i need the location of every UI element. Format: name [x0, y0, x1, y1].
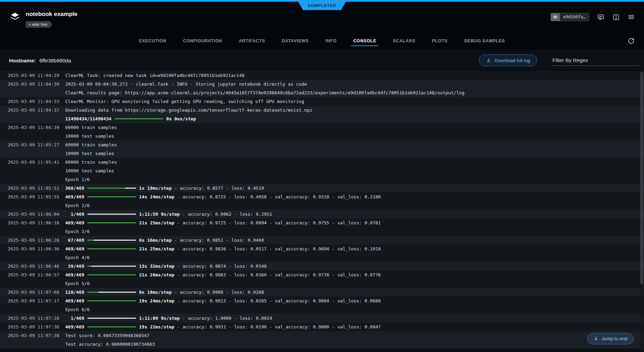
- log-row: Epoch 2/6: [0, 201, 644, 210]
- tab-configuration[interactable]: CONFIGURATION: [182, 34, 223, 48]
- log-timestamp: 2025-03-09 11:06:26: [0, 236, 65, 244]
- scrollbar-thumb[interactable]: [640, 72, 643, 284]
- log-row: 2025-03-09 11:07:36469/46919s 22ms/step …: [0, 323, 644, 331]
- compare-icon[interactable]: [612, 13, 620, 21]
- log-row: 2025-03-09 11:04:29ClearML Task: created…: [0, 71, 644, 80]
- progress-count: 39/469: [65, 264, 84, 269]
- log-timestamp: [0, 340, 65, 349]
- progress-count: 368/469: [65, 186, 84, 191]
- tab-plots[interactable]: PLOTS: [431, 34, 448, 48]
- log-row: Epoch 1/6: [0, 175, 644, 184]
- log-message: Downloading data from https://storage.go…: [65, 106, 644, 114]
- log-timestamp: 2025-03-09 11:04:33: [0, 97, 65, 106]
- tab-info[interactable]: INFO: [325, 34, 337, 48]
- log-timestamp: 2025-03-09 11:07:17: [0, 297, 65, 305]
- progress-bar: [87, 318, 136, 319]
- progress-bar: [87, 222, 136, 223]
- log-timestamp: [0, 149, 65, 158]
- log-entry: 2025-03-09 11:04:37Downloading data from…: [0, 106, 644, 123]
- log-timestamp: 2025-03-09 11:04:39: [0, 123, 65, 132]
- log-message: 469/46914s 24ms/step - accuracy: 0.8725 …: [65, 192, 644, 201]
- tab-console[interactable]: CONSOLE: [353, 34, 377, 48]
- log-message: 11490434/114904340s 0us/step: [65, 114, 644, 123]
- progress-bar-fill: [87, 248, 136, 249]
- log-timestamp: [0, 175, 65, 184]
- progress-bar: [87, 188, 136, 189]
- log-timestamp: 2025-03-09 11:05:41: [0, 158, 65, 166]
- log-message: 469/46921s 25ms/step - accuracy: 0.9725 …: [65, 218, 644, 227]
- id-value: e9d100fa…: [560, 13, 589, 21]
- log-row: 2025-03-09 11:07:17469/46919s 24ms/step …: [0, 297, 644, 305]
- log-entry: 2025-03-09 11:05:55469/46914s 24ms/step …: [0, 192, 644, 210]
- log-row: 2025-03-09 11:06:57469/46921s 26ms/step …: [0, 271, 644, 279]
- log-message: 67/4696s 16ms/step - accuracy: 0.9851 - …: [65, 236, 644, 244]
- id-label: ID: [551, 13, 560, 21]
- log-row: 11490434/114904340s 0us/step: [0, 114, 644, 123]
- log-message: Epoch 5/6: [65, 279, 644, 288]
- progress-bar: [87, 300, 136, 301]
- tab-artifacts[interactable]: ARTIFACTS: [238, 34, 266, 48]
- progress-metrics: - accuracy: 0.9931 - loss: 0.0190 - val_…: [175, 324, 381, 329]
- log-row: Test accuracy: 0.9800000190734863: [0, 340, 644, 349]
- progress-time: 6s 16ms/step: [139, 238, 172, 243]
- page-title: notebook example: [26, 11, 77, 18]
- log-timestamp: [0, 201, 65, 210]
- log-entry: 2025-03-09 11:06:16469/46921s 25ms/step …: [0, 218, 644, 236]
- menu-icon[interactable]: [627, 13, 635, 21]
- console-header: Hostname:6ffe38b980da Download full log: [0, 50, 644, 71]
- log-timestamp: 2025-03-09 11:06:46: [0, 262, 65, 271]
- log-timestamp: 2025-03-09 11:06:36: [0, 244, 65, 253]
- log-message: Test score: 0.08473359048366547: [65, 331, 644, 340]
- download-full-log-button[interactable]: Download full log: [479, 54, 537, 66]
- log-message: 2025-03-09 09:04:30,272 - clearml.Task -…: [65, 80, 644, 88]
- progress-count: 1/469: [65, 316, 84, 321]
- log-message: 1/4691:11:59 9s/step - accuracy: 0.9062 …: [65, 210, 644, 218]
- progress-bar: [87, 292, 136, 293]
- log-message: 469/46919s 24ms/step - accuracy: 0.9913 …: [65, 297, 644, 305]
- log-message: Test accuracy: 0.9800000190734863: [65, 340, 644, 349]
- tab-bar: EXECUTIONCONFIGURATIONARTIFACTSDATAVIEWS…: [138, 34, 506, 48]
- log-message: ClearML results page: https://app.acme-c…: [65, 88, 644, 97]
- tab-scalars[interactable]: SCALARS: [392, 34, 416, 48]
- progress-bar-fill: [87, 188, 125, 189]
- log-message: Epoch 6/6: [65, 305, 644, 314]
- log-timestamp: [0, 253, 65, 262]
- add-tag-button[interactable]: + ADD TAG: [26, 21, 52, 28]
- log-timestamp: [0, 114, 65, 123]
- feedback-icon[interactable]: [597, 13, 604, 21]
- progress-count: 110/469: [65, 290, 84, 295]
- tab-execution[interactable]: EXECUTION: [138, 34, 167, 48]
- log-row: Epoch 6/6: [0, 305, 644, 314]
- progress-bar-fill: [115, 118, 163, 119]
- progress-bar-fill: [87, 196, 136, 197]
- title-column: notebook example + ADD TAG: [26, 11, 77, 28]
- hostname-value: 6ffe38b980da: [40, 58, 71, 63]
- arrow-down-icon: [593, 336, 599, 341]
- header-left: notebook example + ADD TAG: [9, 11, 77, 28]
- tab-debug-samples[interactable]: DEBUG SAMPLES: [464, 34, 506, 48]
- clearml-logo-icon: [9, 11, 21, 22]
- task-id-chip[interactable]: ID e9d100fa…: [551, 13, 589, 21]
- log-timestamp: [0, 305, 65, 314]
- progress-bar: [87, 274, 136, 275]
- log-row: ClearML results page: https://app.acme-c…: [0, 88, 644, 97]
- progress-bar: [87, 248, 136, 249]
- progress-time: 1:11:09 9s/step: [139, 316, 180, 321]
- auto-refresh-icon[interactable]: [627, 37, 635, 45]
- tab-dataviews[interactable]: DATAVIEWS: [281, 34, 310, 48]
- log-entry: 2025-03-09 11:05:4160000 train samples10…: [0, 158, 644, 184]
- log-row: 2025-03-09 11:07:08110/4696s 18ms/step -…: [0, 288, 644, 297]
- log-message: 60000 train samples: [65, 140, 644, 149]
- filter-regex-input[interactable]: [552, 55, 639, 66]
- progress-bar: [87, 196, 136, 197]
- log-row: 2025-03-09 11:06:26 67/4696s 16ms/step -…: [0, 236, 644, 244]
- jump-to-end-button[interactable]: Jump to end: [587, 333, 634, 344]
- log-timestamp: 2025-03-09 11:04:29: [0, 71, 65, 80]
- log-timestamp: [0, 132, 65, 140]
- log-row: Epoch 4/6: [0, 253, 644, 262]
- log-row: 2025-03-09 11:07:38Test score: 0.0847335…: [0, 331, 644, 340]
- log-timestamp: 2025-03-09 11:07:36: [0, 323, 65, 331]
- progress-count: 11490434/11490434: [65, 116, 111, 121]
- log-message: 60000 train samples: [65, 158, 644, 166]
- progress-metrics: - accuracy: 0.8577 - loss: 0.4519: [172, 186, 264, 191]
